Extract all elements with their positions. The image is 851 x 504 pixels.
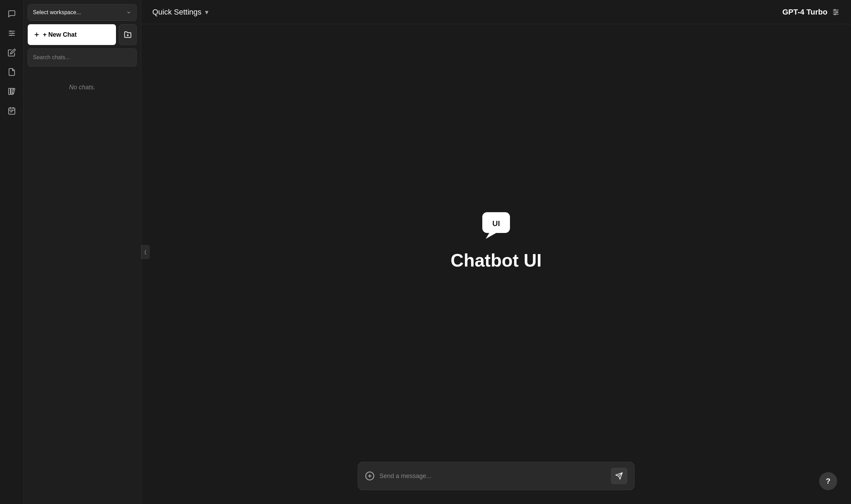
main-content: Quick Settings ▾ GPT-4 Turbo ( [141, 0, 851, 504]
svg-point-3 [10, 30, 11, 32]
svg-rect-6 [9, 88, 10, 94]
send-button[interactable] [611, 468, 627, 484]
chat-sidebar: Select workspace... + New Chat No chats. [24, 0, 141, 504]
add-attachment-button[interactable] [365, 471, 375, 481]
sliders-icon [832, 8, 840, 16]
center-area: UI Chatbot UI [141, 24, 851, 453]
new-folder-button[interactable] [119, 24, 137, 45]
icon-sidebar [0, 0, 24, 504]
library-nav-icon[interactable] [3, 83, 20, 100]
svg-point-21 [834, 14, 836, 15]
chat-nav-icon[interactable] [3, 6, 20, 22]
workspace-select-label: Select workspace... [33, 9, 81, 16]
svg-point-5 [10, 35, 12, 36]
help-icon: ? [826, 477, 830, 486]
svg-marker-23 [486, 233, 496, 239]
svg-point-19 [834, 9, 835, 11]
edit-nav-icon[interactable] [3, 44, 20, 61]
chatbot-title: Chatbot UI [451, 250, 542, 271]
model-area: GPT-4 Turbo [782, 8, 840, 17]
help-button[interactable]: ? [819, 472, 837, 490]
quick-settings-area: Quick Settings ▾ [152, 8, 208, 17]
new-chat-row: + New Chat [28, 24, 137, 45]
chevron-down-icon [126, 10, 132, 15]
svg-text:UI: UI [492, 219, 500, 228]
sidebar-collapse-toggle[interactable]: ( [141, 245, 150, 259]
send-icon [615, 472, 623, 480]
new-folder-icon [124, 31, 132, 38]
plus-circle-icon [365, 471, 375, 481]
new-chat-label: + New Chat [43, 31, 77, 38]
model-name-label: GPT-4 Turbo [782, 8, 827, 17]
no-chats-message: No chats. [28, 84, 137, 91]
workspace-select[interactable]: Select workspace... [28, 4, 137, 21]
quick-settings-label: Quick Settings [152, 8, 201, 17]
search-chats-input[interactable] [28, 48, 137, 66]
model-settings-button[interactable] [832, 8, 840, 16]
settings-sliders-nav-icon[interactable] [3, 25, 20, 42]
document-nav-icon[interactable] [3, 64, 20, 80]
message-input-container [358, 462, 635, 490]
quick-settings-chevron-icon[interactable]: ▾ [205, 8, 208, 16]
chatbot-logo-icon: UI [479, 207, 513, 242]
svg-point-20 [836, 11, 837, 13]
message-input[interactable] [379, 472, 606, 480]
message-input-area [141, 453, 851, 504]
collapse-toggle-icon: ( [145, 249, 146, 255]
new-chat-button[interactable]: + New Chat [28, 24, 116, 45]
tasks-nav-icon[interactable] [3, 102, 20, 119]
plus-icon [33, 31, 40, 38]
top-bar: Quick Settings ▾ GPT-4 Turbo [141, 0, 851, 24]
svg-point-4 [12, 33, 14, 34]
